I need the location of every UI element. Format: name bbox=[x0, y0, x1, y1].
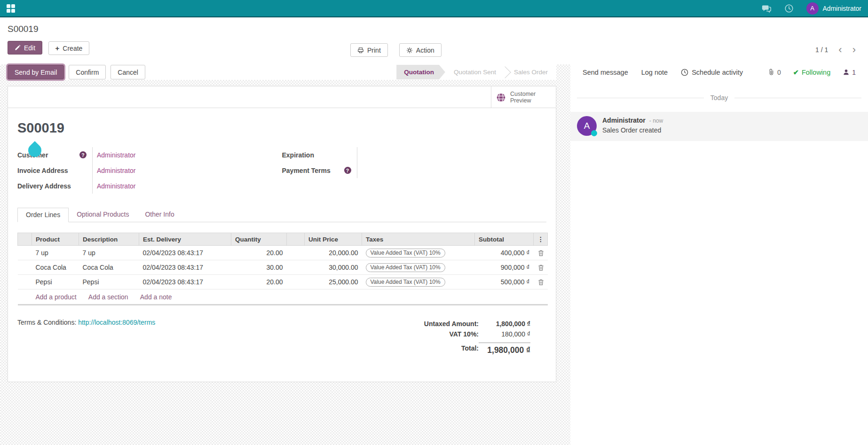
tab-optional-products[interactable]: Optional Products bbox=[69, 208, 137, 222]
trash-icon[interactable] bbox=[537, 264, 544, 271]
cell-taxes[interactable]: Value Added Tax (VAT) 10% bbox=[362, 260, 475, 275]
cell-unit-price[interactable]: 30,000.00 bbox=[305, 260, 362, 275]
activities-clock-icon[interactable] bbox=[784, 3, 794, 14]
chatter-topbar-right: 0 ✔ Following 1 bbox=[768, 69, 861, 76]
tax-badge[interactable]: Value Added Tax (VAT) 10% bbox=[366, 263, 445, 272]
product-column-header[interactable]: Product bbox=[32, 233, 79, 246]
cell-description[interactable]: 7 up bbox=[79, 246, 139, 260]
payment-terms-value[interactable] bbox=[357, 163, 547, 178]
unit-price-column-header[interactable]: Unit Price bbox=[305, 233, 362, 246]
edit-button-label: Edit bbox=[24, 44, 35, 52]
optional-columns-toggle-icon[interactable]: ⋮ bbox=[534, 233, 548, 246]
log-note-button[interactable]: Log note bbox=[641, 69, 668, 76]
cell-taxes[interactable]: Value Added Tax (VAT) 10% bbox=[362, 275, 475, 289]
description-column-header[interactable]: Description bbox=[79, 233, 139, 246]
print-button[interactable]: Print bbox=[350, 43, 388, 57]
table-row[interactable]: Pepsi Pepsi 02/04/2023 08:43:17 20.00 25… bbox=[18, 275, 548, 289]
tab-order-lines[interactable]: Order Lines bbox=[17, 208, 69, 222]
total-value: 1,980,000 ₫ bbox=[479, 343, 530, 355]
field-group-right: Expiration Payment Terms ? bbox=[282, 147, 547, 194]
statusbar: Send by Email Confirm Cancel Quotation Q… bbox=[8, 64, 556, 80]
cell-quantity[interactable]: 20.00 bbox=[231, 275, 287, 289]
globe-icon bbox=[496, 93, 506, 102]
customer-field: Customer ? Administrator bbox=[17, 147, 282, 163]
delivery-address-value[interactable]: Administrator bbox=[92, 178, 282, 194]
cell-description[interactable]: Coca Cola bbox=[79, 260, 139, 275]
attachments-button[interactable]: 0 bbox=[768, 69, 781, 76]
apps-menu-icon[interactable] bbox=[7, 4, 15, 13]
form-sheet: Customer Preview S00019 Customer ? Admin… bbox=[8, 86, 556, 382]
send-message-button[interactable]: Send message bbox=[583, 69, 628, 76]
confirm-button[interactable]: Confirm bbox=[69, 65, 106, 79]
person-icon bbox=[843, 69, 850, 76]
cell-quantity[interactable]: 30.00 bbox=[231, 260, 287, 275]
following-button[interactable]: ✔ Following bbox=[793, 69, 830, 76]
schedule-activity-button[interactable]: Schedule activity bbox=[681, 69, 743, 76]
table-row[interactable]: 7 up 7 up 02/04/2023 08:43:17 20.00 20,0… bbox=[18, 246, 548, 260]
trash-icon[interactable] bbox=[537, 279, 544, 286]
printer-icon bbox=[357, 47, 364, 54]
cell-taxes[interactable]: Value Added Tax (VAT) 10% bbox=[362, 246, 475, 260]
terms-label: Terms & Conditions: bbox=[17, 319, 76, 326]
cell-unit-price[interactable]: 25,000.00 bbox=[305, 275, 362, 289]
cell-product[interactable]: Coca Cola bbox=[32, 260, 79, 275]
create-button[interactable]: + Create bbox=[48, 41, 90, 55]
stage-quotation[interactable]: Quotation bbox=[396, 65, 445, 79]
print-button-label: Print bbox=[367, 47, 381, 54]
cell-delete bbox=[534, 246, 548, 260]
cell-subtotal: 900,000 ₫ bbox=[475, 260, 534, 275]
terms-link[interactable]: http://localhost:8069/terms bbox=[78, 319, 155, 326]
cell-description[interactable]: Pepsi bbox=[79, 275, 139, 289]
cell-est-delivery[interactable]: 02/04/2023 08:43:17 bbox=[139, 246, 231, 260]
cell-unit-price[interactable]: 20,000.00 bbox=[305, 246, 362, 260]
send-by-email-button[interactable]: Send by Email bbox=[8, 65, 64, 79]
row-handle[interactable] bbox=[18, 275, 32, 289]
untaxed-amount-label: Untaxed Amount: bbox=[424, 320, 479, 328]
pager-prev-icon[interactable]: ‹ bbox=[838, 45, 842, 55]
message-body: Sales Order created bbox=[602, 126, 663, 134]
quantity-column-header[interactable]: Quantity bbox=[231, 233, 287, 246]
table-row[interactable]: Coca Cola Coca Cola 02/04/2023 08:43:17 … bbox=[18, 260, 548, 275]
user-menu[interactable]: A Administrator bbox=[806, 2, 861, 15]
tab-other-info[interactable]: Other Info bbox=[137, 208, 182, 222]
cell-est-delivery[interactable]: 02/04/2023 08:43:17 bbox=[139, 275, 231, 289]
tax-badge[interactable]: Value Added Tax (VAT) 10% bbox=[366, 278, 445, 287]
edit-button[interactable]: Edit bbox=[8, 41, 42, 55]
customer-value[interactable]: Administrator bbox=[92, 147, 282, 163]
messages-icon[interactable] bbox=[761, 3, 772, 14]
cell-product[interactable]: Pepsi bbox=[32, 275, 79, 289]
cell-est-delivery[interactable]: 02/04/2023 08:43:17 bbox=[139, 260, 231, 275]
cell-quantity[interactable]: 20.00 bbox=[231, 246, 287, 260]
chatter-message[interactable]: A Administrator - now Sales Order create… bbox=[570, 112, 868, 141]
invoice-address-label: Invoice Address bbox=[17, 167, 92, 174]
message-author[interactable]: Administrator bbox=[602, 117, 646, 124]
row-handle[interactable] bbox=[18, 260, 32, 275]
action-button[interactable]: Action bbox=[399, 43, 442, 57]
help-icon[interactable]: ? bbox=[344, 167, 351, 174]
cell-delete bbox=[534, 260, 548, 275]
vat-row: VAT 10%: 180,000 ₫ bbox=[424, 329, 530, 339]
tax-badge[interactable]: Value Added Tax (VAT) 10% bbox=[366, 249, 445, 258]
stage-sales-order[interactable]: Sales Order bbox=[505, 69, 556, 76]
cancel-button[interactable]: Cancel bbox=[110, 65, 145, 79]
stage-quotation-sent[interactable]: Quotation Sent bbox=[445, 69, 505, 76]
message-content: Administrator - now Sales Order created bbox=[602, 116, 663, 136]
user-avatar: A bbox=[806, 2, 819, 15]
est-delivery-column-header[interactable]: Est. Delivery bbox=[139, 233, 231, 246]
subtotal-column-header[interactable]: Subtotal bbox=[475, 233, 534, 246]
row-handle[interactable] bbox=[18, 246, 32, 260]
trash-icon[interactable] bbox=[537, 250, 544, 257]
taxes-column-header[interactable]: Taxes bbox=[362, 233, 475, 246]
customer-preview-button[interactable]: Customer Preview bbox=[491, 86, 556, 108]
followers-button[interactable]: 1 bbox=[843, 69, 856, 76]
cell-product[interactable]: 7 up bbox=[32, 246, 79, 260]
pager-next-icon[interactable]: › bbox=[852, 45, 856, 55]
expiration-value[interactable] bbox=[357, 147, 547, 163]
add-a-note-link[interactable]: Add a note bbox=[140, 293, 172, 301]
invoice-address-value[interactable]: Administrator bbox=[92, 163, 282, 178]
field-groups: Customer ? Administrator Invoice Address… bbox=[17, 147, 546, 194]
help-icon[interactable]: ? bbox=[79, 151, 87, 158]
add-a-product-link[interactable]: Add a product bbox=[36, 293, 77, 301]
add-a-section-link[interactable]: Add a section bbox=[88, 293, 128, 301]
add-line-cell: Add a product Add a section Add a note bbox=[32, 289, 548, 305]
